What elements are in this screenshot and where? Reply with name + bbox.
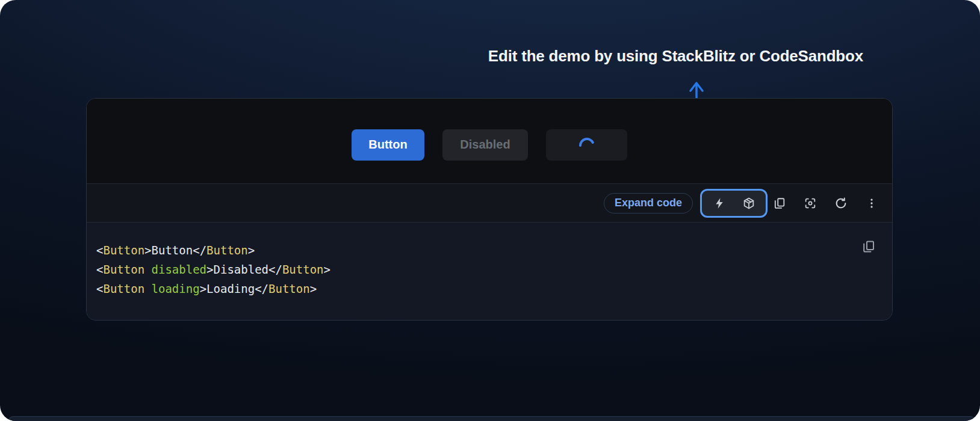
demo-toolbar: Expand code: [87, 183, 892, 223]
codesandbox-cube-icon[interactable]: [742, 196, 756, 210]
copy-code-icon[interactable]: [861, 239, 876, 256]
disabled-button[interactable]: Disabled: [442, 129, 528, 161]
demo-preview-area: Button Disabled: [87, 99, 892, 183]
copy-icon[interactable]: [772, 196, 787, 210]
docs-demo-page: Edit the demo by using StackBlitz or Cod…: [0, 0, 980, 421]
edit-online-icon-group: [700, 189, 768, 218]
spinner-icon: [578, 137, 595, 152]
code-line: <Button disabled>Disabled</Button>: [96, 260, 875, 279]
focus-icon[interactable]: [803, 196, 817, 210]
annotation-caption: Edit the demo by using StackBlitz or Cod…: [488, 47, 863, 66]
code-line: <Button>Button</Button>: [96, 241, 875, 260]
primary-button[interactable]: Button: [352, 129, 424, 161]
next-card-edge: [8, 416, 975, 421]
code-panel: <Button>Button</Button><Button disabled>…: [87, 223, 892, 320]
refresh-icon[interactable]: [834, 196, 848, 210]
loading-button[interactable]: [546, 129, 627, 161]
stackblitz-lightning-icon[interactable]: [712, 196, 727, 210]
component-demo-card: Button Disabled Expand code: [86, 98, 893, 321]
code-block: <Button>Button</Button><Button disabled>…: [96, 241, 875, 298]
code-line: <Button loading>Loading</Button>: [96, 279, 875, 298]
kebab-menu-icon[interactable]: [864, 196, 879, 210]
expand-code-button[interactable]: Expand code: [604, 193, 693, 214]
